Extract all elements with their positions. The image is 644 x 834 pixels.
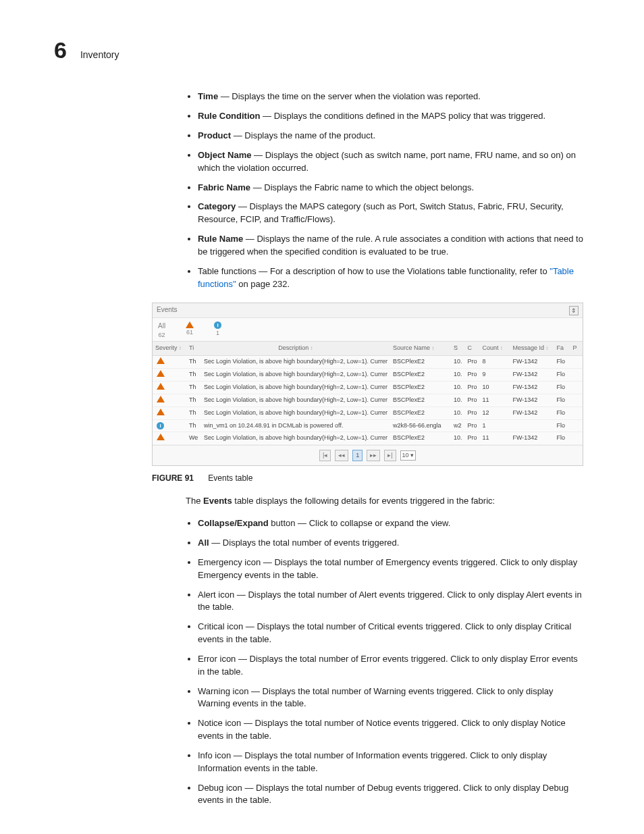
info-icon: i [214,321,221,329]
list-item: Time — Displays the time on the server w… [198,90,583,103]
list-item: Rule Condition — Displays the conditions… [198,110,583,123]
page-next-button[interactable]: ▸▸ [367,450,380,461]
pagination-row: |◂ ◂◂ 1 ▸▸ ▸| 10 ▾ [153,445,583,465]
figure-caption: FIGURE 91 Events table [152,473,583,484]
list-item: Alert icon — Displays the total number o… [198,589,583,615]
events-figure: Events ⇕ All 62 61 i 1 Severity [152,303,583,465]
events-table: Severity Ti Description Source Name S C … [153,341,583,444]
warning-icon [157,370,165,377]
list-item: Info icon — Displays the total number of… [198,750,583,775]
list-item: Warning icon — Displays the total number… [198,685,583,711]
col-header-count[interactable]: Count [480,342,510,355]
warning-icon [186,321,194,328]
filter-warning[interactable]: 61 [186,321,194,340]
chapter-number: 6 [54,34,67,67]
page-header: 6 Inventory [54,34,583,67]
violations-field-list: Time — Displays the time on the server w… [186,90,583,290]
page-prev-button[interactable]: ◂◂ [335,450,348,461]
col-header-c[interactable]: C [465,342,480,355]
list-item: Category — Displays the MAPS category (s… [198,201,583,226]
events-table-header-row: Severity Ti Description Source Name S C … [153,342,583,355]
list-item: Notice icon — Displays the total number … [198,717,583,743]
table-row[interactable]: ThSec Login Violation, is above high bou… [153,355,583,368]
col-header-time[interactable]: Ti [186,342,201,355]
list-item: Error icon — Displays the total number o… [198,653,583,679]
events-intro: The Events table displays the following … [186,495,583,508]
table-row[interactable]: ThSec Login Violation, is above high bou… [153,407,583,419]
col-header-p[interactable]: P [570,342,583,355]
warning-icon [157,434,165,440]
col-header-fa[interactable]: Fa [554,342,570,355]
page-first-button[interactable]: |◂ [319,450,331,461]
page-last-button[interactable]: ▸| [384,450,396,461]
info-icon: i [157,422,164,429]
table-row[interactable]: ThSec Login Violation, is above high bou… [153,381,583,394]
warning-icon [157,383,165,390]
warning-icon [157,396,165,402]
col-header-description[interactable]: Description [201,342,390,355]
events-panel: Events ⇕ All 62 61 i 1 Severity [152,303,583,465]
col-header-severity[interactable]: Severity [153,342,186,355]
table-row[interactable]: ThSec Login Violation, is above high bou… [153,368,583,381]
list-item: Emergency icon — Displays the total numb… [198,556,583,582]
list-item: Object Name — Displays the object (such … [198,149,583,175]
figure-number: FIGURE 91 [152,473,194,483]
filter-all[interactable]: All 62 [158,321,165,340]
list-item: All — Displays the total number of event… [198,537,583,550]
warning-icon [157,409,165,415]
page-size-select[interactable]: 10 ▾ [400,450,417,461]
list-item: Rule Name — Displays the name of the rul… [198,233,583,259]
col-header-s[interactable]: S [451,342,465,355]
list-item: Fabric Name — Displays the Fabric name t… [198,182,583,194]
table-row[interactable]: WeSec Login Violation, is above high bou… [153,432,583,444]
page-number[interactable]: 1 [352,450,363,461]
filter-info[interactable]: i 1 [214,321,221,340]
events-panel-title: Events [157,305,178,315]
list-item: Critical icon — Displays the total numbe… [198,621,583,646]
collapse-expand-icon[interactable]: ⇕ [569,306,579,315]
list-item: Table functions — For a description of h… [198,265,583,291]
col-header-message-id[interactable]: Message Id [510,342,554,355]
filter-info-count: 1 [216,329,219,338]
figure-caption-text: Events table [208,473,252,483]
table-row[interactable]: ThSec Login Violation, is above high bou… [153,394,583,407]
filter-all-count: 62 [159,331,165,340]
list-item: Product — Displays the name of the produ… [198,130,583,142]
warning-icon [157,357,165,364]
chapter-title: Inventory [80,48,119,61]
col-header-source-name[interactable]: Source Name [390,342,451,355]
filter-warning-count: 61 [186,328,193,337]
filter-all-label: All [158,321,165,332]
list-item: Debug icon — Displays the total number o… [198,782,583,808]
table-row[interactable]: iThwin_vm1 on 10.24.48.91 in DCMLab is p… [153,419,583,432]
events-filter-row: All 62 61 i 1 [153,318,583,342]
events-field-list: Collapse/Expand button — Click to collap… [186,517,583,807]
list-item: Collapse/Expand button — Click to collap… [198,517,583,530]
